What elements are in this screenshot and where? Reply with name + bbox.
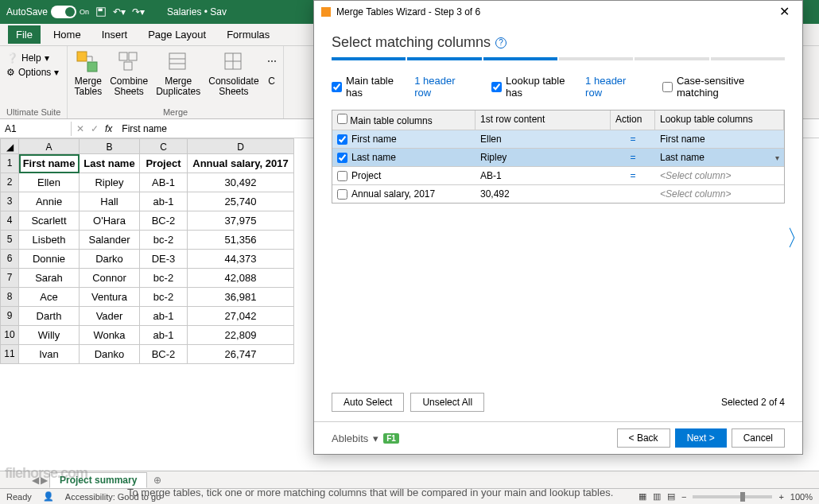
view-break-icon[interactable]: ▤ <box>667 491 675 502</box>
row-header[interactable]: 4 <box>0 211 19 231</box>
cancel-icon[interactable]: ✕ <box>76 123 84 134</box>
worksheet-grid[interactable]: ◢ A B C D 1First nameLast nameProjectAnn… <box>0 138 318 472</box>
cell[interactable]: Last name <box>80 154 140 173</box>
cell[interactable]: 42,088 <box>188 269 294 288</box>
tab-page-layout[interactable]: Page Layout <box>140 25 214 44</box>
view-normal-icon[interactable]: ▦ <box>639 491 646 502</box>
consolidate-sheets-button[interactable]: Consolidate Sheets <box>208 49 258 97</box>
cell[interactable]: BC-2 <box>140 345 188 364</box>
cell[interactable]: 44,373 <box>188 250 294 269</box>
col-header-d[interactable]: D <box>188 138 294 154</box>
row-header[interactable]: 5 <box>0 231 19 250</box>
main-header-checkbox[interactable]: Main table has 1 header row <box>332 75 472 99</box>
next-button[interactable]: Next > <box>675 428 727 448</box>
opt-lookup-b[interactable]: 1 header row <box>585 75 643 99</box>
cell[interactable]: Wonka <box>80 326 140 345</box>
tab-insert[interactable]: Insert <box>94 25 136 44</box>
cell[interactable]: 30,492 <box>188 173 294 192</box>
cell[interactable]: Annie <box>19 192 80 211</box>
cell[interactable]: Ripley <box>80 173 140 192</box>
row-checkbox[interactable] <box>337 134 347 145</box>
lookup-header-checkbox[interactable]: Lookup table has 1 header row <box>491 75 643 99</box>
save-icon[interactable] <box>95 6 107 17</box>
cell[interactable]: bc-2 <box>140 288 188 307</box>
more-button[interactable]: ⋯C <box>267 49 277 97</box>
zoom-in-icon[interactable]: + <box>778 492 783 502</box>
close-button[interactable]: ✕ <box>773 4 796 19</box>
cell[interactable]: ab-1 <box>140 307 188 326</box>
cell[interactable]: ab-1 <box>140 326 188 345</box>
name-box[interactable]: A1 <box>0 122 72 136</box>
opt-main-b[interactable]: 1 header row <box>414 75 472 99</box>
zoom-out-icon[interactable]: − <box>681 492 686 502</box>
tab-home[interactable]: Home <box>45 25 89 44</box>
next-arrow-icon[interactable]: 〉 <box>786 223 809 254</box>
brand-label[interactable]: Ablebits <box>332 432 368 444</box>
match-row[interactable]: Annual salary, 201730,492<Select column> <box>332 184 784 203</box>
col-header-a[interactable]: A <box>19 138 80 154</box>
cell[interactable]: Danko <box>80 345 140 364</box>
cell[interactable]: 22,809 <box>188 326 294 345</box>
row-header[interactable]: 10 <box>0 326 19 345</box>
row-checkbox[interactable] <box>337 153 347 163</box>
merge-tables-button[interactable]: Merge Tables <box>74 49 102 97</box>
enter-icon[interactable]: ✓ <box>91 123 99 134</box>
cell[interactable]: ab-1 <box>140 192 188 211</box>
cell[interactable]: bc-2 <box>140 231 188 250</box>
lookup-col-select[interactable]: <Select column> <box>655 167 784 184</box>
row-header[interactable]: 2 <box>0 173 19 192</box>
row-header[interactable]: 8 <box>0 288 19 307</box>
combine-sheets-button[interactable]: Combine Sheets <box>110 49 148 97</box>
case-sensitive-checkbox[interactable]: Case-sensitive matching <box>662 75 785 99</box>
view-page-icon[interactable]: ▥ <box>653 491 661 502</box>
cell[interactable]: Ivan <box>19 345 80 364</box>
cell[interactable]: Salander <box>80 231 140 250</box>
col-header-b[interactable]: B <box>80 138 140 154</box>
redo-icon[interactable]: ↷▾ <box>132 6 145 17</box>
match-row[interactable]: ProjectAB-1=<Select column> <box>332 166 784 184</box>
options-button[interactable]: ⚙Options ▾ <box>6 67 60 78</box>
zoom-level[interactable]: 100% <box>790 492 813 502</box>
lookup-col-select[interactable]: Last name▾ <box>655 149 784 166</box>
f1-badge[interactable]: F1 <box>383 433 399 444</box>
auto-select-button[interactable]: Auto Select <box>332 393 404 412</box>
cell[interactable]: Lisbeth <box>19 231 80 250</box>
select-all-corner[interactable]: ◢ <box>0 138 19 154</box>
unselect-all-button[interactable]: Unselect All <box>410 393 484 412</box>
cell[interactable]: AB-1 <box>140 173 188 192</box>
cell[interactable]: Darth <box>19 307 80 326</box>
row-checkbox[interactable] <box>337 171 347 181</box>
cell[interactable]: BC-2 <box>140 211 188 231</box>
cell[interactable]: Sarah <box>19 269 80 288</box>
cancel-button[interactable]: Cancel <box>732 428 785 448</box>
cell[interactable]: bc-2 <box>140 269 188 288</box>
row-header[interactable]: 6 <box>0 250 19 269</box>
autosave-toggle[interactable] <box>51 6 76 18</box>
cell[interactable]: Vader <box>80 307 140 326</box>
fx-icon[interactable]: fx <box>105 123 112 134</box>
help-button[interactable]: ❔Help ▾ <box>6 52 60 64</box>
cell[interactable]: Willy <box>19 326 80 345</box>
cell[interactable]: 27,042 <box>188 307 294 326</box>
cell[interactable]: Scarlett <box>19 211 80 231</box>
lookup-col-select[interactable]: <Select column> <box>655 185 784 203</box>
cell[interactable]: Donnie <box>19 250 80 269</box>
cell[interactable]: Ventura <box>80 288 140 307</box>
select-all-columns-checkbox[interactable] <box>337 114 347 124</box>
cell[interactable]: Ellen <box>19 173 80 192</box>
cell[interactable]: Project <box>140 154 188 173</box>
undo-icon[interactable]: ↶▾ <box>113 6 126 17</box>
cell[interactable]: 51,356 <box>188 231 294 250</box>
cell[interactable]: Connor <box>80 269 140 288</box>
row-header[interactable]: 7 <box>0 269 19 288</box>
row-checkbox[interactable] <box>337 189 347 200</box>
cell[interactable]: First name <box>19 154 80 173</box>
tab-file[interactable]: File <box>8 25 41 44</box>
cell[interactable]: O'Hara <box>80 211 140 231</box>
help-icon[interactable]: ? <box>495 37 507 48</box>
cell[interactable]: Darko <box>80 250 140 269</box>
cell[interactable]: 37,975 <box>188 211 294 231</box>
cell[interactable]: 36,981 <box>188 288 294 307</box>
row-header[interactable]: 9 <box>0 307 19 326</box>
cell[interactable]: DE-3 <box>140 250 188 269</box>
